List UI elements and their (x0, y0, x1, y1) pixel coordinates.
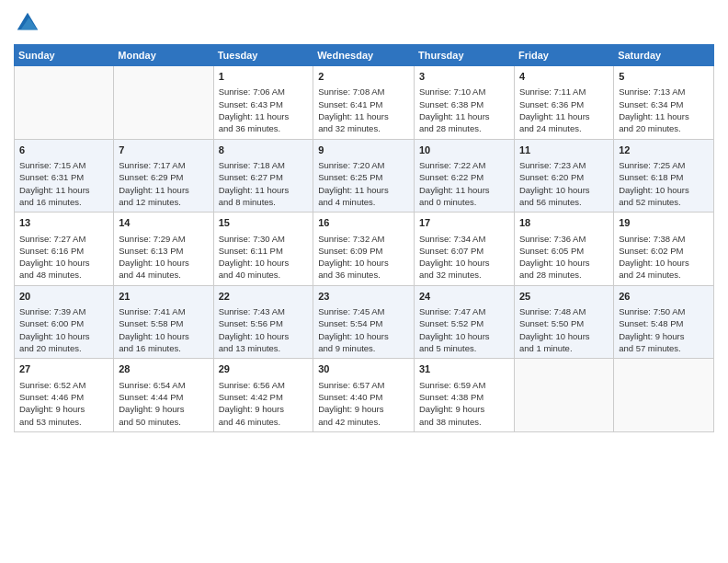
day-number: 9 (318, 144, 409, 157)
day-number: 8 (219, 144, 309, 157)
day-info: Sunrise: 6:57 AM Sunset: 4:40 PM Dayligh… (318, 379, 409, 428)
day-info: Sunrise: 7:45 AM Sunset: 5:54 PM Dayligh… (318, 305, 409, 354)
weekday-header-tuesday: Tuesday (213, 45, 313, 66)
day-info: Sunrise: 7:48 AM Sunset: 5:50 PM Dayligh… (519, 305, 609, 354)
day-number: 17 (419, 216, 509, 230)
day-number: 27 (19, 362, 108, 376)
calendar-cell: 8Sunrise: 7:18 AM Sunset: 6:27 PM Daylig… (213, 139, 313, 213)
calendar-cell: 9Sunrise: 7:20 AM Sunset: 6:25 PM Daylig… (313, 139, 415, 213)
day-info: Sunrise: 7:08 AM Sunset: 6:41 PM Dayligh… (318, 86, 409, 134)
day-info: Sunrise: 7:13 AM Sunset: 6:34 PM Dayligh… (619, 86, 709, 134)
day-info: Sunrise: 7:36 AM Sunset: 6:05 PM Dayligh… (519, 233, 609, 282)
day-number: 5 (619, 70, 709, 84)
day-number: 16 (318, 216, 409, 230)
day-info: Sunrise: 7:11 AM Sunset: 6:36 PM Dayligh… (519, 86, 609, 134)
calendar-cell: 21Sunrise: 7:41 AM Sunset: 5:58 PM Dayli… (114, 285, 213, 359)
calendar-cell: 3Sunrise: 7:10 AM Sunset: 6:38 PM Daylig… (415, 66, 515, 140)
calendar-cell: 23Sunrise: 7:45 AM Sunset: 5:54 PM Dayli… (313, 285, 415, 359)
calendar-cell: 13Sunrise: 7:27 AM Sunset: 6:16 PM Dayli… (15, 213, 114, 286)
day-number: 24 (419, 290, 509, 304)
calendar-cell: 14Sunrise: 7:29 AM Sunset: 6:13 PM Dayli… (114, 213, 213, 286)
day-info: Sunrise: 7:39 AM Sunset: 6:00 PM Dayligh… (19, 305, 108, 354)
day-info: Sunrise: 7:41 AM Sunset: 5:58 PM Dayligh… (119, 305, 208, 354)
calendar-cell: 12Sunrise: 7:25 AM Sunset: 6:18 PM Dayli… (614, 139, 714, 213)
day-info: Sunrise: 6:59 AM Sunset: 4:38 PM Dayligh… (419, 379, 509, 428)
day-number: 15 (219, 216, 309, 230)
day-number: 29 (219, 362, 309, 376)
day-info: Sunrise: 7:47 AM Sunset: 5:52 PM Dayligh… (419, 305, 509, 354)
calendar-cell: 19Sunrise: 7:38 AM Sunset: 6:02 PM Dayli… (614, 213, 714, 286)
calendar-cell: 15Sunrise: 7:30 AM Sunset: 6:11 PM Dayli… (213, 213, 313, 286)
day-number: 14 (119, 216, 208, 230)
calendar-cell: 25Sunrise: 7:48 AM Sunset: 5:50 PM Dayli… (514, 285, 613, 359)
calendar-cell: 7Sunrise: 7:17 AM Sunset: 6:29 PM Daylig… (114, 139, 213, 213)
calendar-cell: 30Sunrise: 6:57 AM Sunset: 4:40 PM Dayli… (313, 359, 415, 432)
calendar-week-row: 27Sunrise: 6:52 AM Sunset: 4:46 PM Dayli… (15, 359, 714, 432)
calendar-week-row: 1Sunrise: 7:06 AM Sunset: 6:43 PM Daylig… (15, 66, 714, 140)
day-info: Sunrise: 7:23 AM Sunset: 6:20 PM Dayligh… (519, 159, 609, 208)
day-number: 23 (318, 290, 409, 304)
day-number: 20 (19, 290, 108, 304)
calendar-cell (15, 66, 114, 140)
calendar-cell (614, 359, 714, 432)
day-number: 28 (119, 362, 208, 376)
day-number: 12 (619, 144, 709, 157)
weekday-header-wednesday: Wednesday (313, 45, 415, 66)
calendar-cell: 16Sunrise: 7:32 AM Sunset: 6:09 PM Dayli… (313, 213, 415, 286)
calendar-cell: 26Sunrise: 7:50 AM Sunset: 5:48 PM Dayli… (614, 285, 714, 359)
day-number: 26 (619, 290, 709, 304)
day-number: 30 (318, 362, 409, 376)
day-info: Sunrise: 7:43 AM Sunset: 5:56 PM Dayligh… (219, 305, 309, 354)
calendar-cell: 11Sunrise: 7:23 AM Sunset: 6:20 PM Dayli… (514, 139, 613, 213)
day-number: 11 (519, 144, 609, 157)
day-number: 6 (19, 144, 108, 157)
weekday-header-thursday: Thursday (415, 45, 515, 66)
calendar-cell: 24Sunrise: 7:47 AM Sunset: 5:52 PM Dayli… (415, 285, 515, 359)
day-number: 13 (19, 216, 108, 230)
day-info: Sunrise: 7:15 AM Sunset: 6:31 PM Dayligh… (19, 159, 108, 208)
calendar-cell: 31Sunrise: 6:59 AM Sunset: 4:38 PM Dayli… (415, 359, 515, 432)
day-number: 25 (519, 290, 609, 304)
calendar-cell: 1Sunrise: 7:06 AM Sunset: 6:43 PM Daylig… (213, 66, 313, 140)
calendar-cell: 4Sunrise: 7:11 AM Sunset: 6:36 PM Daylig… (514, 66, 613, 140)
logo-icon (14, 9, 41, 37)
weekday-header-friday: Friday (514, 45, 613, 66)
day-info: Sunrise: 7:50 AM Sunset: 5:48 PM Dayligh… (619, 305, 709, 354)
day-info: Sunrise: 7:32 AM Sunset: 6:09 PM Dayligh… (318, 233, 409, 282)
day-info: Sunrise: 6:52 AM Sunset: 4:46 PM Dayligh… (19, 379, 108, 428)
calendar-table: SundayMondayTuesdayWednesdayThursdayFrid… (14, 44, 714, 432)
day-info: Sunrise: 7:27 AM Sunset: 6:16 PM Dayligh… (19, 233, 108, 282)
calendar-cell (514, 359, 613, 432)
calendar-week-row: 20Sunrise: 7:39 AM Sunset: 6:00 PM Dayli… (15, 285, 714, 359)
day-info: Sunrise: 6:56 AM Sunset: 4:42 PM Dayligh… (219, 379, 309, 428)
day-number: 10 (419, 144, 509, 157)
calendar-cell: 6Sunrise: 7:15 AM Sunset: 6:31 PM Daylig… (15, 139, 114, 213)
day-info: Sunrise: 7:22 AM Sunset: 6:22 PM Dayligh… (419, 159, 509, 208)
calendar-cell: 20Sunrise: 7:39 AM Sunset: 6:00 PM Dayli… (15, 285, 114, 359)
day-info: Sunrise: 7:17 AM Sunset: 6:29 PM Dayligh… (119, 159, 208, 208)
calendar-cell: 10Sunrise: 7:22 AM Sunset: 6:22 PM Dayli… (415, 139, 515, 213)
page: SundayMondayTuesdayWednesdayThursdayFrid… (0, 0, 728, 563)
logo (14, 9, 45, 37)
calendar-cell: 28Sunrise: 6:54 AM Sunset: 4:44 PM Dayli… (114, 359, 213, 432)
day-info: Sunrise: 6:54 AM Sunset: 4:44 PM Dayligh… (119, 379, 208, 428)
day-info: Sunrise: 7:06 AM Sunset: 6:43 PM Dayligh… (219, 86, 309, 134)
weekday-header-monday: Monday (114, 45, 213, 66)
day-info: Sunrise: 7:38 AM Sunset: 6:02 PM Dayligh… (619, 233, 709, 282)
day-info: Sunrise: 7:25 AM Sunset: 6:18 PM Dayligh… (619, 159, 709, 208)
weekday-header-row: SundayMondayTuesdayWednesdayThursdayFrid… (15, 45, 714, 66)
day-number: 4 (519, 70, 609, 84)
calendar-cell: 2Sunrise: 7:08 AM Sunset: 6:41 PM Daylig… (313, 66, 415, 140)
day-number: 31 (419, 362, 509, 376)
calendar-cell: 29Sunrise: 6:56 AM Sunset: 4:42 PM Dayli… (213, 359, 313, 432)
day-info: Sunrise: 7:20 AM Sunset: 6:25 PM Dayligh… (318, 159, 409, 208)
day-number: 19 (619, 216, 709, 230)
calendar-cell: 18Sunrise: 7:36 AM Sunset: 6:05 PM Dayli… (514, 213, 613, 286)
day-info: Sunrise: 7:18 AM Sunset: 6:27 PM Dayligh… (219, 159, 309, 208)
day-info: Sunrise: 7:29 AM Sunset: 6:13 PM Dayligh… (119, 233, 208, 282)
calendar-cell: 5Sunrise: 7:13 AM Sunset: 6:34 PM Daylig… (614, 66, 714, 140)
day-number: 21 (119, 290, 208, 304)
weekday-header-saturday: Saturday (614, 45, 714, 66)
day-number: 7 (119, 144, 208, 157)
day-info: Sunrise: 7:34 AM Sunset: 6:07 PM Dayligh… (419, 233, 509, 282)
